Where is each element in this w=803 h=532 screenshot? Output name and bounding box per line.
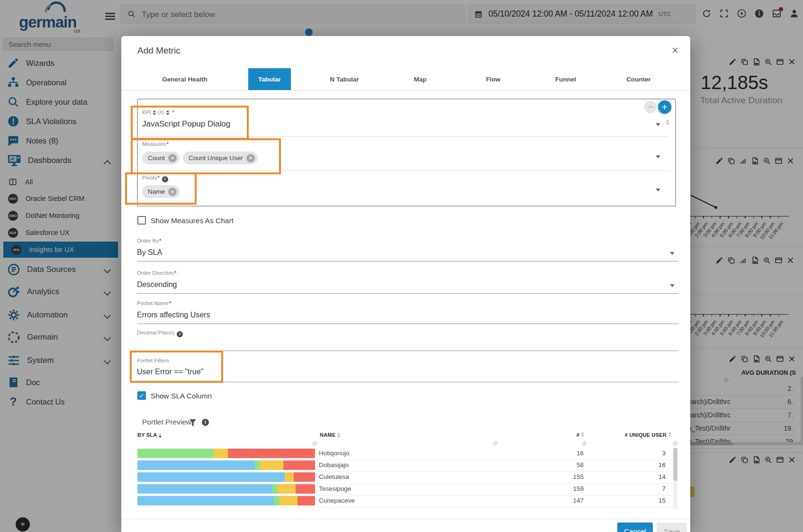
cell-count: 58 xyxy=(577,461,584,469)
column-resize-handle[interactable] xyxy=(581,441,586,445)
info-icon[interactable]: i xyxy=(162,176,168,182)
sla-bar xyxy=(137,484,315,494)
measures-label: Measures* xyxy=(142,141,169,147)
pivots-label: Pivots*i xyxy=(142,175,168,182)
portlet-name-label: Portlet Name* xyxy=(137,300,171,306)
field-underline xyxy=(137,382,679,382)
order-direction-label: Order Direction* xyxy=(137,270,176,276)
table-row: Tesesipoge 159 7 xyxy=(137,483,679,496)
remove-chip-icon[interactable]: × xyxy=(168,188,177,196)
field-underline xyxy=(137,324,679,324)
sort-toggle-icon[interactable] xyxy=(166,110,170,115)
portlet-filters-label: Portlet Filters xyxy=(137,358,169,363)
divider xyxy=(142,136,669,137)
measures-dropdown-caret-icon[interactable] xyxy=(656,155,660,158)
sla-bar-segment-green xyxy=(274,496,280,505)
cell-count: 155 xyxy=(573,473,584,480)
sla-bar-segment-yellow xyxy=(260,460,283,470)
portlet-name-input[interactable]: Errors affecting Users xyxy=(137,311,210,319)
cell-name: Hotiqonujo xyxy=(319,450,350,457)
sla-bar xyxy=(137,449,315,458)
cell-unique-users: 7 xyxy=(662,485,666,492)
decimal-places-input[interactable] xyxy=(137,351,679,351)
info-icon[interactable]: i xyxy=(202,419,209,426)
chip-label: Count xyxy=(148,154,165,162)
table-row: Hotiqonujo 16 3 xyxy=(137,448,679,460)
cell-count: 147 xyxy=(573,497,584,504)
sla-bar-segment-blue xyxy=(137,460,255,470)
footer-divider xyxy=(121,519,690,519)
column-resize-handle[interactable] xyxy=(672,441,677,445)
cell-unique-users: 16 xyxy=(659,461,666,469)
table-row: Culetulesa 155 14 xyxy=(137,471,679,484)
sla-bar-segment-yellow xyxy=(278,484,296,494)
sla-bar-segment-yellow xyxy=(280,496,298,505)
cell-name: Tesesipoge xyxy=(319,485,351,492)
sla-bar-segment-blue xyxy=(137,496,274,505)
sla-bar-segment-red xyxy=(294,472,315,482)
measure-chip: Count Unique User × xyxy=(183,152,258,164)
column-resize-handle[interactable] xyxy=(312,441,316,445)
show-sla-column-checkbox[interactable]: ✓ xyxy=(137,391,146,400)
close-icon[interactable]: × xyxy=(668,44,682,57)
sla-bar xyxy=(137,460,315,470)
tab-tabular[interactable]: Tabular xyxy=(248,68,291,90)
show-measures-as-chart-checkbox[interactable] xyxy=(137,216,146,225)
show-measures-as-chart-label: Show Measures As Chart xyxy=(151,216,234,225)
cell-unique-users: 15 xyxy=(659,497,666,504)
portlet-filters-input[interactable]: User Error == "true" xyxy=(137,368,203,376)
column-header-unique-user[interactable]: # UNIQUE USER xyxy=(614,432,673,438)
field-underline xyxy=(137,293,679,294)
order-by-caret-icon[interactable] xyxy=(670,252,675,255)
kpi-select[interactable]: JavaScript Popup Dialog xyxy=(142,119,230,129)
field-underline xyxy=(137,261,679,261)
tab-funnel[interactable]: Funnel xyxy=(555,68,576,90)
column-resize-handle[interactable] xyxy=(492,441,496,445)
remove-chip-icon[interactable]: × xyxy=(246,154,255,162)
cell-unique-users: 3 xyxy=(662,450,666,457)
sla-bar-segment-green xyxy=(137,449,214,458)
add-metric-modal: Add Metric × General HealthTabularN Tabu… xyxy=(121,36,690,532)
chip-label: Name xyxy=(148,188,165,195)
order-by-select[interactable]: By SLA xyxy=(137,248,162,257)
column-header-by-sla[interactable]: BY SLA xyxy=(137,432,163,438)
save-button[interactable]: Save xyxy=(657,523,687,532)
remove-chip-icon[interactable]: × xyxy=(168,154,177,162)
column-header-name[interactable]: NAME xyxy=(320,432,342,438)
pivots-dropdown-caret-icon[interactable] xyxy=(656,189,660,191)
tab-counter[interactable]: Counter xyxy=(626,68,651,90)
tab-n-tabular[interactable]: N Tabular xyxy=(330,68,359,90)
divider xyxy=(142,171,669,171)
table-row: Cunepaceve 147 15 xyxy=(137,495,679,507)
add-kpi-button[interactable]: + xyxy=(658,100,671,114)
tab-general-health[interactable]: General Health xyxy=(162,68,207,90)
sla-bar xyxy=(137,472,315,482)
order-direction-caret-icon[interactable] xyxy=(670,284,675,287)
order-by-label: Order By* xyxy=(137,238,162,243)
sla-bar-segment-red xyxy=(283,460,316,470)
sla-bar-segment-yellow xyxy=(214,449,228,458)
scrollbar-thumb[interactable] xyxy=(673,448,677,481)
order-direction-select[interactable]: Descending xyxy=(137,280,177,289)
sla-bar-segment-red xyxy=(298,496,316,505)
modal-title: Add Metric xyxy=(137,45,180,56)
sla-bar xyxy=(137,496,315,505)
info-icon[interactable]: i xyxy=(177,331,183,337)
chip-label: Count Unique User xyxy=(189,154,243,162)
remove-kpi-button[interactable]: − xyxy=(644,101,657,113)
app-root: germain ux WizardsOperationalExplore you… xyxy=(0,0,803,532)
kpi-stepper[interactable] xyxy=(666,119,669,125)
preview-scrollbar xyxy=(673,448,677,510)
table-row: Dobasijajo 58 16 xyxy=(137,460,679,472)
kpi-dropdown-caret-icon[interactable] xyxy=(656,123,660,126)
cancel-button[interactable]: Cancel xyxy=(617,523,653,532)
cell-count: 159 xyxy=(573,485,584,492)
sla-bar-segment-blue xyxy=(137,484,272,494)
cell-name: Cunepaceve xyxy=(319,497,355,504)
tab-flow[interactable]: Flow xyxy=(486,68,501,90)
sort-toggle-icon[interactable] xyxy=(153,110,156,115)
show-sla-column-label: Show SLA Column xyxy=(151,392,212,400)
decimal-places-label: Decimal Placesi xyxy=(137,330,183,337)
column-header-count[interactable]: # xyxy=(567,432,586,438)
tab-map[interactable]: Map xyxy=(414,68,427,90)
